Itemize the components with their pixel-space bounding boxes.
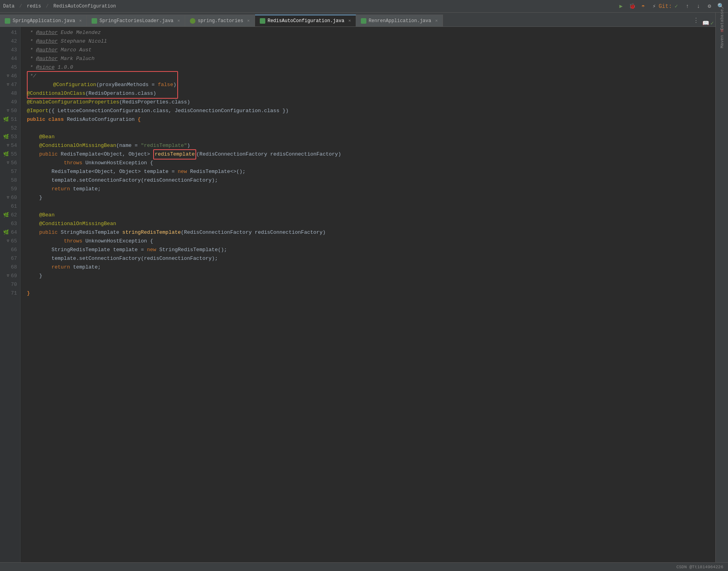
line-num-43: 43: [0, 46, 20, 54]
bean-icon-51: 🌿: [3, 115, 9, 124]
code-line-62: @Bean: [27, 211, 724, 220]
code-line-50: @Import({ LettuceConnectionConfiguration…: [27, 107, 724, 115]
git-push[interactable]: ↑: [683, 2, 692, 11]
code-line-48: @ConditionalOnClass(RedisOperations.clas…: [27, 89, 724, 98]
line-num-71: 71: [0, 289, 20, 298]
fold-icon-65[interactable]: ▽: [7, 237, 9, 246]
tab-close-renren[interactable]: ×: [435, 19, 438, 23]
code-content: * @author Eude Melendez * @author Stepha…: [21, 27, 724, 571]
code-line-66: StringRedisTemplate template = new Strin…: [27, 246, 724, 254]
line-num-53: 🌿 53: [0, 133, 20, 141]
fold-icon-69[interactable]: ▽: [7, 272, 9, 280]
code-line-58: template.setConnectionFactory(redisConne…: [27, 176, 724, 185]
fold-icon-60[interactable]: ▽: [7, 193, 9, 202]
git-checkmark[interactable]: ✓: [672, 2, 681, 11]
line-num-58: 58: [0, 176, 20, 185]
code-line-71: }: [27, 289, 724, 298]
line-num-69: ▽ 69: [0, 272, 20, 280]
line-num-63: 63: [0, 220, 20, 228]
bean-icon-64: 🌿: [3, 228, 9, 237]
tab-close-factories-loader[interactable]: ×: [177, 19, 180, 23]
method-highlight-55: redisTemplate: [153, 149, 196, 160]
tabs-more-button[interactable]: ⋮: [690, 15, 702, 26]
line-num-67: 67: [0, 254, 20, 263]
right-sidebar: Database m Maven: [715, 13, 728, 571]
tab-close-spring-app[interactable]: ×: [79, 19, 82, 23]
line-num-44: 44: [0, 54, 20, 63]
line-num-48: 48: [0, 89, 20, 98]
fold-icon-56[interactable]: ▽: [7, 159, 9, 167]
breadcrumb-redis-auto-config[interactable]: RedisAutoConfiguration: [53, 4, 116, 9]
line-num-52: 52: [0, 124, 20, 133]
tab-close-spring-factories[interactable]: ×: [247, 19, 250, 23]
code-line-56: throws UnknownHostException {: [27, 159, 724, 167]
line-num-66: 66: [0, 246, 20, 254]
top-bar: Data / redis / RedisAutoConfiguration ▶ …: [0, 0, 728, 13]
line-num-60: ▽ 60: [0, 193, 20, 202]
tab-spring-factories[interactable]: spring.factories ×: [185, 15, 255, 26]
tab-icon-factories-loader: [92, 18, 97, 24]
code-line-45: * @since 1.0.0: [27, 63, 724, 72]
line-num-61: 61: [0, 202, 20, 211]
code-line-43: * @author Marco Aust: [27, 46, 724, 54]
sidebar-maven-label[interactable]: Maven: [717, 38, 728, 46]
fold-icon-50[interactable]: ▽: [7, 107, 9, 115]
git-button[interactable]: Git:: [661, 2, 670, 11]
code-line-59: return template;: [27, 185, 724, 193]
code-line-70: [27, 280, 724, 289]
code-line-57: RedisTemplate<Object, Object> template =…: [27, 167, 724, 176]
profile-button[interactable]: ⚡: [650, 2, 659, 11]
line-num-57: 57: [0, 167, 20, 176]
settings-button[interactable]: ⚙: [705, 2, 714, 11]
debug-button[interactable]: 🐞: [628, 2, 636, 11]
coverage-button[interactable]: ☂: [639, 2, 647, 11]
line-num-55: 🌿 55: [0, 150, 20, 159]
fold-icon-46[interactable]: ▽: [7, 72, 9, 81]
status-bar: CSDN @Tt1814964226: [0, 562, 728, 571]
tabs-bar: SpringApplication.java × SpringFactories…: [0, 13, 728, 27]
breadcrumb-redis[interactable]: redis: [27, 4, 41, 9]
line-num-45: 45: [0, 63, 20, 72]
tab-renren-app[interactable]: RenrenApplication.java ×: [356, 15, 443, 26]
tab-redis-auto-config[interactable]: RedisAutoConfiguration.java ×: [255, 15, 356, 26]
code-line-47: @Configuration(proxyBeanMethods = false): [27, 81, 724, 89]
code-line-63: @ConditionalOnMissingBean: [27, 220, 724, 228]
breadcrumb-data[interactable]: Data: [3, 4, 15, 9]
bean-icon-53: 🌿: [3, 133, 9, 141]
git-fetch[interactable]: ↓: [694, 2, 703, 11]
tab-icon-spring-factories: [190, 18, 195, 24]
tab-spring-application[interactable]: SpringApplication.java ×: [0, 15, 87, 26]
line-num-68: 68: [0, 263, 20, 272]
code-line-64: public StringRedisTemplate stringRedisTe…: [27, 228, 724, 237]
tab-icon-renren: [361, 18, 366, 24]
line-num-51: 🌿 51: [0, 115, 20, 124]
code-line-68: return template;: [27, 263, 724, 272]
line-num-59: 59: [0, 185, 20, 193]
code-line-61: [27, 202, 724, 211]
code-line-52: [27, 124, 724, 133]
tab-icon-redis-auto: [260, 18, 265, 24]
fold-icon-47[interactable]: ▽: [7, 81, 9, 89]
code-line-51: public class RedisAutoConfiguration {: [27, 115, 724, 124]
sidebar-database[interactable]: Database: [717, 16, 728, 24]
line-num-46: ▽ 46: [0, 72, 20, 81]
line-num-50: ▽ 50: [0, 107, 20, 115]
code-area: 41 42 43 44 45 ▽ 46 ▽ 47 48 49 ▽ 50 🌿 51: [0, 27, 728, 571]
line-num-62: 🌿 62: [0, 211, 20, 220]
sidebar-maven[interactable]: m: [717, 27, 728, 35]
line-num-41: 41: [0, 28, 20, 37]
run-button[interactable]: ▶: [617, 2, 625, 11]
tab-close-redis-auto[interactable]: ×: [348, 19, 351, 23]
tab-spring-factories-loader[interactable]: SpringFactoriesLoader.java ×: [87, 15, 185, 26]
code-line-67: template.setConnectionFactory(redisConne…: [27, 254, 724, 263]
code-line-54: @ConditionalOnMissingBean(name = "redisT…: [27, 141, 724, 150]
bean-icon-55: 🌿: [3, 150, 9, 159]
check-icon[interactable]: ✓: [711, 20, 714, 26]
code-line-41: * @author Eude Melendez: [27, 28, 724, 37]
fold-icon-54[interactable]: ▽: [7, 141, 9, 150]
code-line-60: }: [27, 193, 724, 202]
status-text: CSDN @Tt1814964226: [676, 565, 723, 569]
bookmark-icon[interactable]: 📖: [702, 20, 709, 26]
code-line-49: @EnableConfigurationProperties(RedisProp…: [27, 98, 724, 107]
line-num-65: ▽ 65: [0, 237, 20, 246]
